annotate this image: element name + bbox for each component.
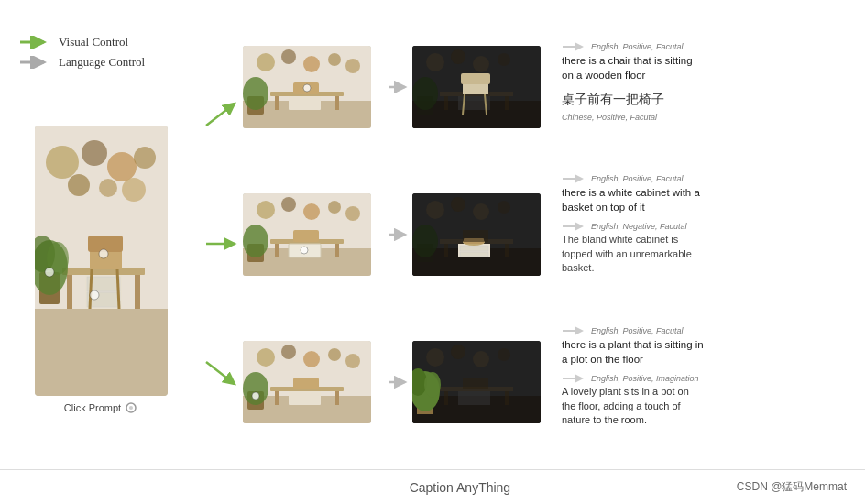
svg-point-101 [473, 203, 489, 220]
svg-point-100 [451, 197, 465, 212]
source-room-svg [35, 126, 168, 396]
svg-rect-71 [275, 391, 279, 405]
svg-point-118 [473, 351, 489, 367]
gray-arrows-col [385, 9, 412, 460]
footer: Caption AnyThing CSDN @猛码Memmat [0, 469, 865, 504]
svg-rect-56 [275, 244, 279, 257]
caption-arrow-3b [562, 374, 587, 383]
svg-point-27 [45, 268, 54, 277]
svg-point-37 [303, 56, 320, 72]
diagonal-arrow-bot [204, 355, 241, 391]
processed-img-2-svg [243, 193, 371, 276]
diagonal-arrow-top [204, 96, 241, 133]
caption-text-1b: 桌子前有一把椅子 [562, 92, 854, 108]
processed-img-1-svg [243, 46, 371, 128]
gray-arrow-3 [387, 376, 411, 389]
main-content: Visual Control Language Control [0, 0, 865, 469]
svg-rect-104 [444, 244, 448, 257]
caption-entry-1b: 桌子前有一把椅子 Chinese, Positive, Facutal [562, 92, 854, 124]
dark-img-1-svg [412, 46, 541, 128]
svg-point-116 [426, 348, 444, 367]
language-control-label: Language Control [59, 55, 145, 70]
svg-rect-111 [463, 230, 488, 242]
caption-entry-3b: English, Positive, Imagination A lovely … [562, 374, 854, 427]
svg-point-8 [68, 174, 90, 196]
diagonal-arrows-col [202, 9, 243, 460]
svg-rect-41 [275, 96, 279, 110]
caption-text-1a: there is a chair that is sitting on a wo… [562, 53, 704, 82]
svg-point-102 [498, 201, 510, 214]
svg-point-4 [46, 146, 79, 179]
svg-rect-105 [505, 244, 509, 257]
caption-arrow-2a [562, 174, 587, 183]
svg-point-9 [99, 179, 117, 197]
svg-rect-74 [293, 378, 319, 389]
footer-right-label: CSDN @猛码Memmat [737, 479, 847, 495]
dark-img-3-svg [412, 341, 541, 423]
svg-line-30 [206, 104, 235, 126]
caption-group-3: English, Positive, Facutal there is a pl… [562, 326, 854, 427]
svg-point-47 [243, 77, 268, 110]
svg-line-19 [90, 269, 92, 309]
processed-img-3-svg [243, 341, 371, 423]
svg-point-96 [412, 77, 438, 110]
processed-img-3 [243, 341, 371, 423]
caption-entry-3a: English, Positive, Facutal there is a pl… [562, 326, 854, 367]
svg-rect-60 [293, 230, 319, 242]
svg-rect-108 [460, 252, 488, 257]
svg-point-26 [90, 290, 99, 300]
svg-point-52 [303, 203, 320, 220]
diagonal-arrow-mid [204, 235, 241, 253]
svg-point-5 [82, 140, 107, 166]
svg-rect-13 [135, 275, 140, 309]
dark-img-1 [412, 46, 541, 128]
caption-arrow-1a [562, 42, 587, 51]
svg-rect-92 [461, 73, 490, 84]
svg-point-29 [129, 406, 133, 410]
svg-line-20 [117, 269, 119, 309]
dark-img-2 [412, 193, 541, 276]
caption-meta-1a: English, Positive, Facutal [591, 42, 684, 51]
svg-rect-89 [505, 96, 509, 110]
processed-img-1 [243, 46, 371, 128]
svg-point-36 [281, 49, 296, 64]
svg-point-119 [498, 348, 510, 361]
green-arrow-icon [18, 36, 51, 49]
svg-rect-73 [289, 391, 321, 405]
svg-point-38 [328, 53, 341, 66]
caption-text-2b: The bland white cabinet is topped with a… [562, 233, 704, 275]
svg-point-65 [257, 348, 275, 367]
svg-rect-72 [335, 391, 339, 405]
svg-point-85 [473, 56, 489, 72]
svg-rect-121 [444, 391, 448, 405]
gray-arrow-icon [18, 56, 51, 69]
svg-rect-88 [444, 96, 448, 110]
svg-rect-12 [67, 275, 72, 309]
svg-point-39 [345, 59, 360, 73]
dark-img-3 [412, 341, 541, 423]
caption-text-3a: there is a plant that is sitting in a pl… [562, 337, 704, 367]
svg-point-117 [451, 345, 465, 359]
svg-point-6 [107, 152, 137, 181]
svg-rect-43 [289, 96, 321, 110]
svg-rect-57 [335, 244, 339, 257]
captions-col: English, Positive, Facutal there is a ch… [554, 9, 865, 460]
caption-meta-2b: English, Negative, Facutal [591, 222, 687, 231]
gray-arrow-1 [387, 81, 411, 93]
svg-point-35 [257, 53, 275, 71]
gray-arrow-2 [387, 228, 411, 241]
svg-point-50 [257, 201, 275, 219]
svg-point-113 [412, 225, 438, 257]
caption-meta-1b: Chinese, Positive, Facutal [562, 113, 657, 122]
svg-point-67 [303, 351, 320, 367]
caption-entry-2a: English, Positive, Facutal there is a wh… [562, 174, 854, 214]
dark-img-2-svg [412, 193, 541, 276]
click-prompt-label: Click Prompt [64, 402, 121, 413]
svg-point-84 [451, 49, 465, 64]
svg-point-45 [303, 84, 311, 92]
svg-point-99 [426, 201, 444, 219]
visual-control-label: Visual Control [59, 35, 128, 49]
svg-rect-124 [463, 378, 488, 389]
svg-point-7 [134, 147, 156, 169]
caption-text-2a: there is a white cabinet with a basket o… [562, 185, 704, 214]
